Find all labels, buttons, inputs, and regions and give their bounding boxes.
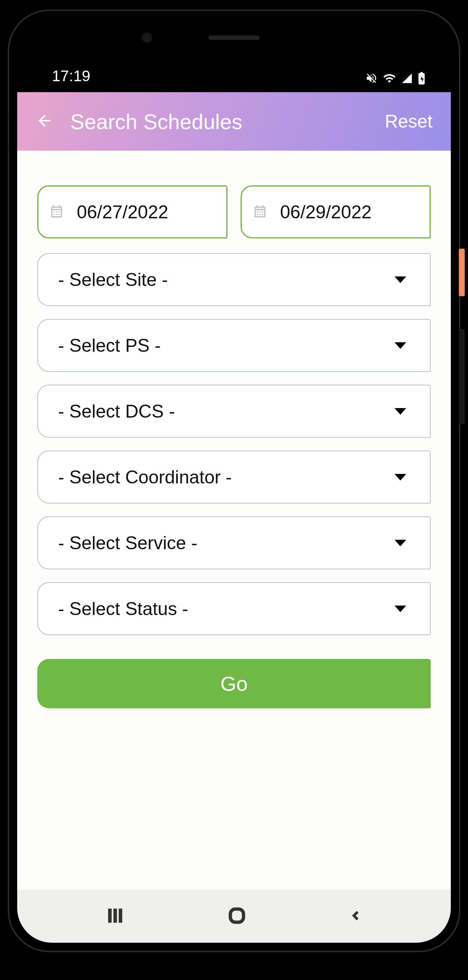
calendar-icon bbox=[253, 203, 267, 221]
date-to-value: 06/29/2022 bbox=[280, 202, 371, 223]
chevron-down-icon bbox=[395, 606, 406, 612]
home-button[interactable] bbox=[227, 906, 247, 927]
chevron-down-icon bbox=[395, 342, 406, 349]
select-dcs-label: - Select DCS - bbox=[58, 401, 175, 422]
date-from-input[interactable]: 06/27/2022 bbox=[37, 185, 228, 239]
select-status[interactable]: - Select Status - bbox=[37, 582, 431, 635]
recents-icon bbox=[105, 905, 126, 926]
back-nav-button[interactable] bbox=[348, 908, 363, 925]
home-icon bbox=[227, 906, 247, 926]
date-from-value: 06/27/2022 bbox=[77, 202, 168, 223]
volume-button[interactable] bbox=[459, 329, 465, 424]
chevron-down-icon bbox=[395, 408, 406, 415]
front-camera bbox=[142, 32, 153, 43]
go-button[interactable]: Go bbox=[37, 659, 431, 708]
select-ps-label: - Select PS - bbox=[58, 335, 161, 356]
select-service[interactable]: - Select Service - bbox=[37, 516, 431, 570]
page-title: Search Schedules bbox=[70, 109, 385, 134]
chevron-down-icon bbox=[395, 474, 406, 480]
select-site-label: - Select Site - bbox=[58, 269, 168, 290]
android-nav-bar bbox=[17, 890, 451, 943]
date-to-input[interactable]: 06/29/2022 bbox=[240, 185, 431, 239]
wifi-icon bbox=[383, 72, 396, 85]
chevron-down-icon bbox=[395, 277, 406, 283]
mute-icon bbox=[365, 72, 378, 84]
reset-button[interactable]: Reset bbox=[385, 111, 433, 132]
back-button[interactable] bbox=[35, 111, 54, 131]
select-coordinator[interactable]: - Select Coordinator - bbox=[37, 450, 431, 504]
go-button-label: Go bbox=[220, 672, 248, 695]
power-button[interactable] bbox=[459, 249, 465, 296]
date-row: 06/27/2022 06/29/2022 bbox=[37, 185, 431, 239]
phone-frame: 17:19 Search Schedules Reset 06/ bbox=[9, 11, 459, 951]
status-time: 17:19 bbox=[52, 67, 90, 85]
select-status-label: - Select Status - bbox=[58, 598, 188, 619]
phone-screen: 17:19 Search Schedules Reset 06/ bbox=[17, 19, 451, 943]
chevron-down-icon bbox=[395, 540, 406, 546]
select-service-label: - Select Service - bbox=[58, 532, 197, 554]
select-dcs[interactable]: - Select DCS - bbox=[37, 385, 431, 438]
select-site[interactable]: - Select Site - bbox=[37, 253, 431, 306]
calendar-icon bbox=[49, 203, 64, 221]
battery-icon bbox=[418, 72, 425, 84]
recents-button[interactable] bbox=[105, 905, 126, 928]
status-icons bbox=[365, 72, 425, 85]
select-ps[interactable]: - Select PS - bbox=[37, 319, 431, 372]
status-bar: 17:19 bbox=[17, 19, 451, 92]
arrow-left-icon bbox=[35, 111, 54, 130]
signal-icon bbox=[401, 72, 413, 84]
content-area: 06/27/2022 06/29/2022 - Select Site - - … bbox=[17, 151, 451, 890]
select-coordinator-label: - Select Coordinator - bbox=[58, 466, 232, 488]
chevron-left-icon bbox=[348, 908, 363, 923]
speaker-grille bbox=[209, 35, 259, 40]
app-header: Search Schedules Reset bbox=[17, 92, 451, 151]
svg-rect-3 bbox=[230, 909, 244, 922]
